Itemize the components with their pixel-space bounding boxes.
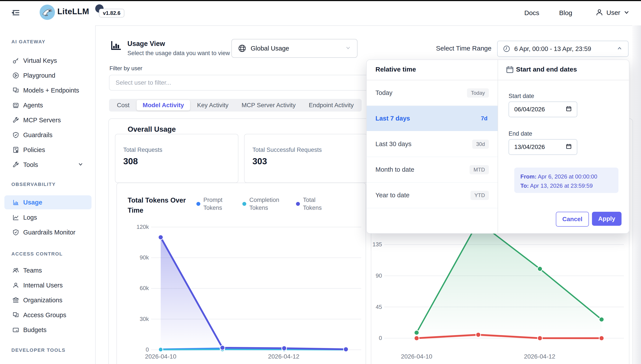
sidebar-section-ai-gateway: AI GATEWAY (12, 39, 46, 44)
sidebar: AI GATEWAY Virtual Keys Playground Model… (0, 26, 96, 364)
top-bar: LiteLLM v1.82.6 Docs Blog User (0, 0, 641, 26)
option-badge: MTD (470, 165, 489, 174)
legend-label: Prompt Tokens (203, 196, 232, 212)
sidebar-item-internal-users[interactable]: Internal Users (5, 278, 92, 292)
cancel-button[interactable]: Cancel (556, 212, 589, 226)
popover-column-divider (498, 60, 498, 233)
tab-cost[interactable]: Cost (111, 100, 136, 110)
sidebar-item-agents[interactable]: Agents (5, 98, 92, 112)
tab-mcp-server-activity[interactable]: MCP Server Activity (236, 100, 302, 110)
selected-range-summary: From: Apr 6, 2026 at 00:00:00 To: Apr 13… (514, 168, 618, 193)
policy-doc-icon (12, 146, 19, 153)
user-menu[interactable]: User (595, 8, 630, 17)
sidebar-item-access-groups[interactable]: Access Groups (5, 308, 92, 322)
usage-view-select[interactable]: Global Usage (231, 39, 358, 58)
clock-icon (503, 45, 510, 52)
sidebar-item-label: Teams (23, 267, 42, 274)
sidebar-item-label: MCP Servers (23, 116, 61, 124)
summary-to-value: Apr 13, 2026 at 23:59:59 (530, 182, 593, 189)
legend-label: Completion Tokens (249, 196, 285, 212)
end-date-label: End date (509, 130, 532, 137)
relative-option-month-to-date[interactable]: Month to date MTD (367, 157, 498, 183)
stack-icon (12, 87, 19, 94)
sidebar-item-label: Agents (23, 102, 43, 109)
sidebar-item-teams[interactable]: Teams (5, 264, 92, 278)
sidebar-item-models-endpoints[interactable]: Models + Endpoints (5, 83, 92, 97)
nav-blog-link[interactable]: Blog (559, 9, 572, 16)
x-tick: 2026-04-10 (395, 353, 439, 360)
sidebar-item-label: Guardrails (23, 132, 53, 139)
credit-card-icon (12, 326, 19, 334)
end-date-input[interactable]: 13/04/2026 (509, 139, 577, 155)
key-icon (12, 57, 19, 64)
stat-label: Total Requests (123, 146, 238, 153)
y-tick: 90 (362, 272, 382, 279)
relative-option-last-7-days[interactable]: Last 7 days 7d (367, 106, 498, 131)
token-chart-legend: Prompt Tokens Completion Tokens Total To… (196, 196, 327, 212)
y-tick: 90k (123, 254, 149, 261)
end-date-value: 13/04/2026 (514, 144, 545, 150)
litellm-logo (40, 4, 55, 20)
calendar-icon (506, 66, 514, 74)
page-title: Usage View (127, 40, 165, 48)
sidebar-item-guardrails[interactable]: Guardrails (5, 128, 92, 142)
summary-to-prefix: To: (520, 182, 529, 189)
option-badge: 30d (472, 140, 489, 149)
robot-icon (12, 102, 19, 109)
shield-check-icon (12, 132, 19, 138)
legend-label: Total Tokens (303, 196, 327, 212)
relative-option-today[interactable]: Today Today (367, 80, 498, 106)
start-date-input[interactable]: 06/04/2026 (509, 102, 577, 117)
tab-key-activity[interactable]: Key Activity (191, 100, 234, 110)
sidebar-section-access-control: ACCESS CONTROL (12, 251, 63, 257)
relative-option-year-to-date[interactable]: Year to date YTD (367, 183, 498, 208)
wrench-icon (12, 161, 19, 168)
sidebar-collapse-icon[interactable] (11, 8, 21, 18)
sidebar-section-observability: OBSERVABILITY (12, 182, 56, 187)
sidebar-item-virtual-keys[interactable]: Virtual Keys (5, 54, 92, 68)
sidebar-item-mcp-servers[interactable]: MCP Servers (5, 113, 92, 127)
chevron-down-icon (78, 161, 84, 168)
time-range-value: 6 Apr, 00:00 - 13 Apr, 23:59 (514, 45, 591, 52)
filter-by-user-label: Filter by user (110, 65, 142, 72)
stat-card-total-successful-requests: Total Successful Requests 303 (244, 134, 368, 183)
sidebar-item-budgets[interactable]: Budgets (5, 323, 92, 337)
tab-model-activity[interactable]: Model Activity (137, 100, 190, 110)
sidebar-item-guardrails-monitor[interactable]: Guardrails Monitor (5, 225, 92, 239)
sidebar-item-label: Guardrails Monitor (23, 229, 76, 236)
sidebar-item-playground[interactable]: Playground (5, 68, 92, 82)
user-icon (595, 8, 603, 17)
litellm-usage-page: LiteLLM v1.82.6 Docs Blog User AI GATEWA… (0, 0, 641, 364)
sidebar-item-usage[interactable]: Usage (5, 195, 92, 209)
version-badge: v1.82.6 (99, 9, 124, 18)
sidebar-item-label: Organizations (23, 296, 62, 304)
sidebar-section-developer-tools: DEVELOPER TOOLS (12, 348, 66, 353)
sidebar-item-organizations[interactable]: Organizations (5, 293, 92, 307)
calendar-picker-icon (566, 106, 572, 113)
sidebar-item-tools[interactable]: Tools (5, 158, 92, 172)
sidebar-item-label: Virtual Keys (23, 57, 57, 64)
usage-view-select-value: Global Usage (251, 45, 289, 52)
chevron-down-icon (623, 9, 630, 16)
sidebar-item-label: Logs (23, 214, 37, 221)
sidebar-item-policies[interactable]: Policies (5, 143, 92, 157)
wrench-icon (12, 116, 19, 124)
relative-option-last-30-days[interactable]: Last 30 days 30d (367, 132, 498, 157)
y-tick: 0 (362, 335, 382, 342)
x-tick: 2026-04-12 (518, 353, 561, 360)
sidebar-item-label: Playground (23, 72, 55, 79)
requests-chart-plot (384, 219, 624, 354)
y-tick: 135 (362, 241, 382, 248)
page-subtitle: Select the usage data you want to view (127, 50, 230, 57)
x-tick: 2026-04-12 (262, 353, 306, 360)
option-badge: Today (467, 88, 489, 98)
y-tick: 60k (123, 285, 149, 292)
sidebar-item-logs[interactable]: Logs (5, 210, 92, 224)
time-range-button[interactable]: 6 Apr, 00:00 - 13 Apr, 23:59 (497, 41, 628, 57)
option-label: Year to date (376, 192, 409, 199)
apply-button[interactable]: Apply (592, 212, 621, 226)
sidebar-item-label: Tools (23, 161, 38, 168)
start-date-value: 06/04/2026 (514, 106, 545, 113)
tab-endpoint-activity[interactable]: Endpoint Activity (302, 100, 360, 110)
nav-docs-link[interactable]: Docs (524, 9, 539, 16)
